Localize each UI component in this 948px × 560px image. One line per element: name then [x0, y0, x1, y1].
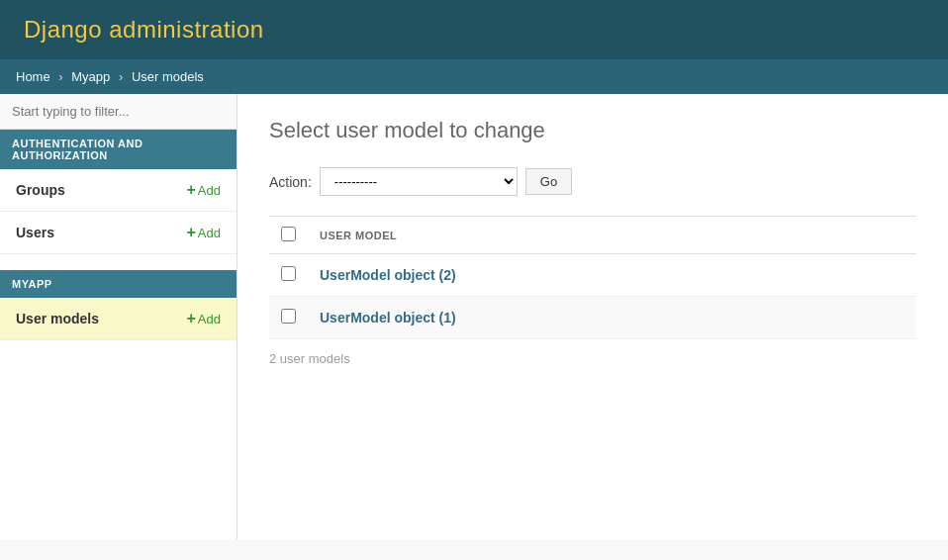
plus-icon: + [187, 181, 196, 199]
breadcrumb: Home › Myapp › User models [0, 59, 948, 94]
sidebar-item-usermodels-add[interactable]: + Add [187, 310, 221, 327]
checkbox-header [269, 217, 308, 254]
plus-icon-usermodels: + [187, 310, 196, 327]
go-button[interactable]: Go [525, 168, 572, 195]
sidebar-item-users-add[interactable]: + Add [187, 224, 221, 241]
table-body: UserModel object (2) UserModel object (1… [269, 254, 916, 339]
sidebar-item-groups-label: Groups [16, 182, 65, 198]
result-count: 2 user models [269, 339, 916, 378]
breadcrumb-sep-2: › [119, 69, 127, 84]
sidebar-item-usermodels: User models + Add [0, 298, 237, 340]
row-label-1: UserModel object (2) [308, 254, 916, 297]
users-add-label: Add [198, 226, 221, 240]
breadcrumb-home[interactable]: Home [16, 69, 50, 84]
sidebar-item-groups-add[interactable]: + Add [187, 181, 221, 199]
column-user-model: USER MODEL [308, 217, 916, 254]
sidebar: Authentication and Authorization Groups … [0, 94, 237, 539]
action-select[interactable]: ---------- [320, 167, 518, 196]
breadcrumb-sep-1: › [58, 69, 66, 84]
action-label: Action: [269, 174, 312, 190]
row-checkbox-1[interactable] [281, 266, 296, 281]
table-row: UserModel object (2) [269, 254, 916, 297]
main-content: Select user model to change Action: ----… [237, 94, 948, 539]
sidebar-item-groups: Groups + Add [0, 169, 237, 212]
row-checkbox-cell-1 [269, 254, 308, 297]
sidebar-item-users: Users + Add [0, 212, 237, 254]
row-checkbox-cell-2 [269, 297, 308, 339]
sidebar-item-usermodels-label: User models [16, 311, 99, 327]
sidebar-item-users-label: Users [16, 225, 54, 240]
table-header-row: USER MODEL [269, 217, 916, 254]
sidebar-spacer [0, 254, 237, 270]
row-label-2: UserModel object (1) [308, 297, 916, 339]
results-table: USER MODEL UserModel object (2) [269, 216, 916, 339]
row-link-1[interactable]: UserModel object (2) [320, 267, 456, 283]
site-title: Django administration [24, 16, 924, 44]
select-all-checkbox[interactable] [281, 227, 296, 241]
usermodels-add-label: Add [198, 312, 221, 327]
site-header: Django administration [0, 0, 948, 59]
row-checkbox-2[interactable] [281, 309, 296, 324]
breadcrumb-myapp[interactable]: Myapp [71, 69, 110, 84]
groups-add-label: Add [198, 183, 221, 198]
action-bar: Action: ---------- Go [269, 167, 916, 196]
table-row: UserModel object (1) [269, 297, 916, 339]
sidebar-section-auth: Authentication and Authorization [0, 130, 237, 169]
sidebar-section-myapp: Myapp [0, 270, 237, 298]
plus-icon-users: + [187, 224, 196, 241]
sidebar-filter-input[interactable] [0, 94, 237, 130]
row-link-2[interactable]: UserModel object (1) [320, 310, 456, 326]
page-title: Select user model to change [269, 118, 916, 143]
content-wrapper: Authentication and Authorization Groups … [0, 94, 948, 539]
breadcrumb-current: User models [132, 69, 204, 84]
